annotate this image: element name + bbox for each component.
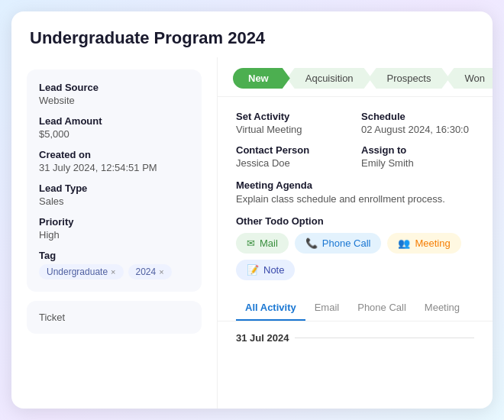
todo-pill-note[interactable]: 📝Note [236,260,295,280]
contact-person-label: Contact Person [236,144,349,156]
pipeline-tab-won[interactable]: Won [446,68,493,89]
info-field-lead-amount: Lead Amount$5,000 [39,115,189,140]
tag-row: Undergraduate×2024× [39,264,189,279]
info-card: Lead SourceWebsiteLead Amount$5,000Creat… [27,69,202,292]
info-label-created-on: Created on [39,149,189,160]
activity-tabs: All ActivityEmailPhone CallMeeting [218,296,493,321]
todo-pill-meeting[interactable]: 👥Meeting [387,233,460,254]
right-panel: NewAqcuisitionProspectsWonLos... Set Act… [218,57,493,409]
todo-label-phone-call: Phone Call [322,237,371,249]
timeline: 31 Jul 2024 [218,321,493,357]
schedule-block: Schedule 02 August 2024, 16:30:0 [361,111,474,135]
left-panel: Lead SourceWebsiteLead Amount$5,000Creat… [11,57,218,409]
info-value-priority: High [39,229,189,241]
phone-call-icon: 📞 [305,237,318,249]
pipeline-tab-new[interactable]: New [233,68,290,89]
meeting-agenda-label: Meeting Agenda [236,179,474,191]
content-area: Lead SourceWebsiteLead Amount$5,000Creat… [11,57,493,409]
info-field-created-on: Created on31 July 2024, 12:54:51 PM [39,149,189,173]
todo-label-mail: Mail [260,237,278,249]
schedule-label: Schedule [361,111,474,122]
info-label-lead-source: Lead Source [39,82,189,93]
info-label-lead-type: Lead Type [39,183,189,194]
contact-person-block: Contact Person Jessica Doe [236,144,349,169]
tag-text: Undergraduate [47,267,108,277]
tag-pill-2024[interactable]: 2024× [128,264,172,279]
todo-pill-mail[interactable]: ✉Mail [236,233,289,254]
main-card: Undergraduate Program 2024 Lead SourceWe… [11,11,493,409]
activity-detail: Set Activity Virtual Meeting Schedule 02… [218,97,493,288]
tag-text: 2024 [136,267,157,277]
tag-close-icon[interactable]: × [159,267,163,276]
other-todo-label: Other Todo Option [236,215,474,227]
tag-pill-undergraduate[interactable]: Undergraduate× [39,264,124,279]
activity-tab-meeting[interactable]: Meeting [415,296,469,321]
ticket-label: Ticket [39,312,189,323]
info-field-priority: PriorityHigh [39,216,189,241]
pipeline-tabs: NewAqcuisitionProspectsWonLos... [218,57,493,97]
info-value-lead-source: Website [39,95,189,106]
info-label-tag: Tag [39,250,189,261]
info-label-priority: Priority [39,216,189,228]
set-activity-label: Set Activity [236,111,349,122]
activity-tab-all-activity[interactable]: All Activity [236,296,305,321]
meeting-icon: 👥 [398,237,410,249]
ticket-card: Ticket [27,301,202,334]
todo-pill-phone-call[interactable]: 📞Phone Call [295,233,382,254]
detail-grid: Set Activity Virtual Meeting Schedule 02… [236,111,474,169]
activity-tab-phone-call[interactable]: Phone Call [348,296,415,321]
info-value-lead-amount: $5,000 [39,128,189,140]
info-field-lead-type: Lead TypeSales [39,183,189,207]
info-value-created-on: 31 July 2024, 12:54:51 PM [39,162,189,173]
pipeline-tab-acquisition[interactable]: Aqcuisition [287,68,372,89]
todo-label-meeting: Meeting [415,237,450,249]
meeting-agenda-text: Explain class schedule and enrollment pr… [236,193,474,205]
tag-close-icon[interactable]: × [111,267,115,276]
info-field-lead-source: Lead SourceWebsite [39,82,189,106]
todo-options: ✉Mail📞Phone Call👥Meeting📝Note [236,233,474,280]
activity-tab-email[interactable]: Email [305,296,349,321]
schedule-value: 02 August 2024, 16:30:0 [361,124,474,135]
todo-label-note: Note [263,264,284,276]
info-field-tag: TagUndergraduate×2024× [39,250,189,279]
info-value-lead-type: Sales [39,195,189,207]
pipeline-tab-prospects[interactable]: Prospects [369,68,450,89]
page-title: Undergraduate Program 2024 [11,11,493,57]
set-activity-value: Virtual Meeting [236,124,349,135]
timeline-date: 31 Jul 2024 [236,332,474,344]
assign-to-label: Assign to [361,144,474,156]
info-label-lead-amount: Lead Amount [39,115,189,127]
set-activity-block: Set Activity Virtual Meeting [236,111,349,135]
note-icon: 📝 [247,264,259,276]
assign-to-block: Assign to Emily Smith [361,144,474,169]
mail-icon: ✉ [247,237,255,249]
assign-to-value: Emily Smith [361,157,474,169]
contact-person-value: Jessica Doe [236,157,349,169]
